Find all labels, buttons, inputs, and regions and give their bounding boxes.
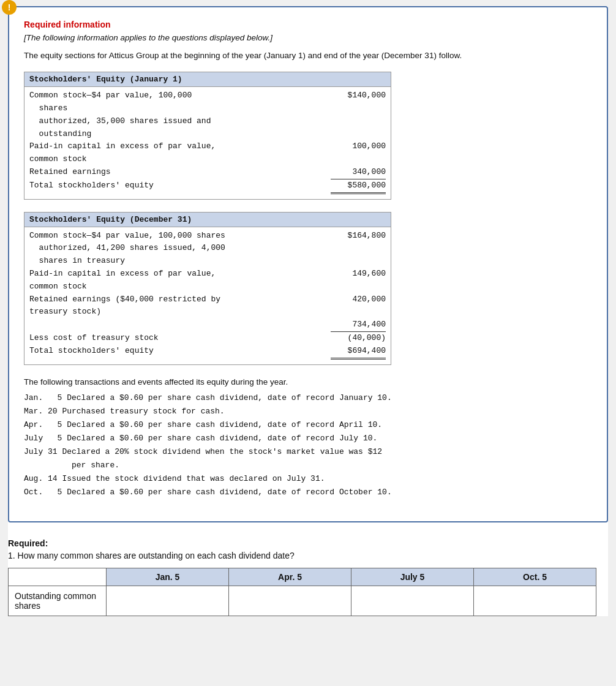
january-table-body: Common stock—$4 par value, 100,000 share…	[24, 87, 391, 198]
transactions-intro: The following transactions and events af…	[24, 377, 592, 386]
january-table-header: Stockholders' Equity (January 1)	[24, 72, 391, 87]
equity-row-label: Total stockholders' equity	[29, 179, 331, 192]
equity-row-total: Total stockholders' equity $580,000	[29, 179, 386, 194]
empty-header	[9, 568, 107, 586]
equity-row-label: Common stock—$4 par value, 100,000 share…	[29, 230, 331, 268]
equity-row: Common stock—$4 par value, 100,000 share…	[29, 230, 386, 268]
answer-table: Jan. 5 Apr. 5 July 5 Oct. 5 Outstanding …	[8, 568, 596, 616]
required-label: Required:	[8, 538, 608, 548]
transactions-section: The following transactions and events af…	[24, 377, 592, 500]
equity-row-label: Retained earnings ($40,000 restricted by…	[29, 293, 331, 319]
equity-row-value: $140,000	[331, 89, 386, 102]
equity-row-value: 734,400	[331, 318, 386, 332]
december-equity-table: Stockholders' Equity (December 31) Commo…	[24, 212, 391, 365]
required-section: Required: 1. How many common shares are …	[8, 532, 608, 616]
january-equity-table: Stockholders' Equity (January 1) Common …	[24, 72, 391, 199]
equity-row-label: Retained earnings	[29, 166, 331, 179]
equity-row-total: Total stockholders' equity $694,400	[29, 345, 386, 360]
transaction-item: Jan. 5 Declared a $0.60 per share cash d…	[24, 391, 592, 405]
transaction-item: July 31 Declared a 20% stock dividend wh…	[24, 445, 592, 459]
transaction-item: July 5 Declared a $0.60 per share cash d…	[24, 432, 592, 445]
equity-row-label: Paid-in capital in excess of par value,c…	[29, 140, 331, 166]
intro-text: The equity sections for Atticus Group at…	[24, 50, 592, 62]
col-apr5: Apr. 5	[229, 568, 351, 586]
transaction-item-continued: per share.	[24, 459, 592, 472]
jan5-input[interactable]	[114, 596, 221, 606]
apr5-input[interactable]	[236, 596, 344, 606]
required-info-title: Required information	[24, 20, 592, 29]
equity-row-value: (40,000)	[331, 332, 386, 345]
jul5-input-cell[interactable]	[351, 586, 474, 616]
equity-row-value: $580,000	[331, 179, 386, 194]
equity-row: Paid-in capital in excess of par value,c…	[29, 140, 386, 166]
december-table-body: Common stock—$4 par value, 100,000 share…	[24, 227, 391, 364]
equity-row: Common stock—$4 par value, 100,000 share…	[29, 89, 386, 140]
equity-row-label: Paid-in capital in excess of par value,c…	[29, 268, 331, 293]
warning-icon: !	[2, 0, 17, 15]
col-jul5: July 5	[351, 568, 474, 586]
equity-row-value: $164,800	[331, 230, 386, 243]
oct5-input-cell[interactable]	[474, 586, 596, 616]
italic-note: [The following information applies to th…	[24, 33, 592, 42]
jul5-input[interactable]	[359, 596, 466, 606]
equity-row-value: $694,400	[331, 345, 386, 360]
equity-row-value: 340,000	[331, 166, 386, 179]
equity-row: Retained earnings 340,000	[29, 166, 386, 179]
transaction-item: Mar. 20 Purchased treasury stock for cas…	[24, 405, 592, 418]
question-text: 1. How many common shares are outstandin…	[8, 551, 608, 560]
table-row: Outstanding commonshares	[9, 586, 596, 616]
transactions-list: Jan. 5 Declared a $0.60 per share cash d…	[24, 391, 592, 500]
equity-row-value: 149,600	[331, 268, 386, 281]
equity-row: Retained earnings ($40,000 restricted by…	[29, 293, 386, 319]
col-jan5: Jan. 5	[107, 568, 229, 586]
equity-row-label: Less cost of treasury stock	[29, 332, 331, 345]
row-label: Outstanding commonshares	[9, 586, 107, 616]
main-card: ! Required information [The following in…	[8, 6, 608, 522]
equity-row-treasury: Less cost of treasury stock (40,000)	[29, 332, 386, 345]
equity-row: Paid-in capital in excess of par value,c…	[29, 268, 386, 293]
equity-row-label: Total stockholders' equity	[29, 345, 331, 358]
equity-row-label	[29, 318, 331, 331]
equity-row-value: 100,000	[331, 140, 386, 153]
transaction-item: Oct. 5 Declared a $0.60 per share cash d…	[24, 486, 592, 499]
transaction-item: Aug. 14 Issued the stock dividend that w…	[24, 472, 592, 486]
transaction-item: Apr. 5 Declared a $0.60 per share cash d…	[24, 418, 592, 432]
equity-row-value: 420,000	[331, 293, 386, 306]
equity-row-label: Common stock—$4 par value, 100,000 share…	[29, 89, 331, 140]
col-oct5: Oct. 5	[474, 568, 596, 586]
jan5-input-cell[interactable]	[107, 586, 229, 616]
oct5-input[interactable]	[481, 596, 588, 606]
equity-row-subtotal: 734,400	[29, 318, 386, 332]
apr5-input-cell[interactable]	[229, 586, 351, 616]
december-table-header: Stockholders' Equity (December 31)	[24, 213, 391, 227]
